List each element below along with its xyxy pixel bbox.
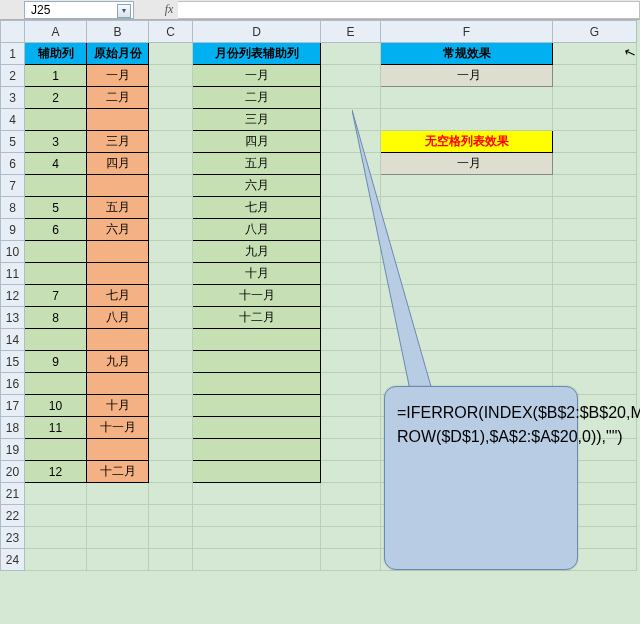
cell-D12[interactable]: 十一月 <box>193 285 321 307</box>
cell-D23[interactable] <box>193 527 321 549</box>
cell-B13[interactable]: 八月 <box>87 307 149 329</box>
cell-G6[interactable] <box>553 153 637 175</box>
col-header-A[interactable]: A <box>25 21 87 43</box>
cell-G14[interactable] <box>553 329 637 351</box>
col-header-C[interactable]: C <box>149 21 193 43</box>
cell-C11[interactable] <box>149 263 193 285</box>
cell-B11[interactable] <box>87 263 149 285</box>
cell-B20[interactable]: 十二月 <box>87 461 149 483</box>
name-box[interactable]: J25 ▾ <box>24 1 134 19</box>
cell-C8[interactable] <box>149 197 193 219</box>
cell-B6[interactable]: 四月 <box>87 153 149 175</box>
row-header[interactable]: 10 <box>1 241 25 263</box>
cell-G9[interactable] <box>553 219 637 241</box>
cell-E21[interactable] <box>321 483 381 505</box>
cell-B5[interactable]: 三月 <box>87 131 149 153</box>
cell-A9[interactable]: 6 <box>25 219 87 241</box>
cell-G5[interactable] <box>553 131 637 153</box>
cell-D18[interactable] <box>193 417 321 439</box>
cell-D19[interactable] <box>193 439 321 461</box>
row-header[interactable]: 13 <box>1 307 25 329</box>
cell-B18[interactable]: 十一月 <box>87 417 149 439</box>
cell-A7[interactable] <box>25 175 87 197</box>
cell-D2[interactable]: 一月 <box>193 65 321 87</box>
cell-D3[interactable]: 二月 <box>193 87 321 109</box>
cell-C12[interactable] <box>149 285 193 307</box>
cell-B3[interactable]: 二月 <box>87 87 149 109</box>
cell-A24[interactable] <box>25 549 87 571</box>
cell-B12[interactable]: 七月 <box>87 285 149 307</box>
cell-D8[interactable]: 七月 <box>193 197 321 219</box>
cell-C6[interactable] <box>149 153 193 175</box>
cell-A13[interactable]: 8 <box>25 307 87 329</box>
cell-B16[interactable] <box>87 373 149 395</box>
cell-B23[interactable] <box>87 527 149 549</box>
cell-D5[interactable]: 四月 <box>193 131 321 153</box>
cell-A1[interactable]: 辅助列 <box>25 43 87 65</box>
cell-D6[interactable]: 五月 <box>193 153 321 175</box>
row-header[interactable]: 14 <box>1 329 25 351</box>
cell-A3[interactable]: 2 <box>25 87 87 109</box>
cell-E22[interactable] <box>321 505 381 527</box>
cell-C7[interactable] <box>149 175 193 197</box>
cell-D14[interactable] <box>193 329 321 351</box>
cell-B24[interactable] <box>87 549 149 571</box>
cell-A18[interactable]: 11 <box>25 417 87 439</box>
cell-B22[interactable] <box>87 505 149 527</box>
col-header-G[interactable]: G <box>553 21 637 43</box>
cell-D4[interactable]: 三月 <box>193 109 321 131</box>
cell-A2[interactable]: 1 <box>25 65 87 87</box>
cell-B1[interactable]: 原始月份 <box>87 43 149 65</box>
cell-C13[interactable] <box>149 307 193 329</box>
cell-G3[interactable] <box>553 87 637 109</box>
cell-E23[interactable] <box>321 527 381 549</box>
row-header[interactable]: 1 <box>1 43 25 65</box>
cell-F3[interactable] <box>381 87 553 109</box>
row-header[interactable]: 15 <box>1 351 25 373</box>
cell-C22[interactable] <box>149 505 193 527</box>
name-box-dropdown-icon[interactable]: ▾ <box>117 4 131 18</box>
cell-A4[interactable] <box>25 109 87 131</box>
cell-E1[interactable] <box>321 43 381 65</box>
cell-F1[interactable]: 常规效果 <box>381 43 553 65</box>
cell-B14[interactable] <box>87 329 149 351</box>
cell-G13[interactable] <box>553 307 637 329</box>
cell-A8[interactable]: 5 <box>25 197 87 219</box>
cell-C19[interactable] <box>149 439 193 461</box>
cell-D9[interactable]: 八月 <box>193 219 321 241</box>
cell-D20[interactable] <box>193 461 321 483</box>
row-header[interactable]: 2 <box>1 65 25 87</box>
row-header[interactable]: 8 <box>1 197 25 219</box>
row-header[interactable]: 23 <box>1 527 25 549</box>
cell-B21[interactable] <box>87 483 149 505</box>
fx-icon[interactable]: fx <box>160 2 178 17</box>
cell-C10[interactable] <box>149 241 193 263</box>
col-header-B[interactable]: B <box>87 21 149 43</box>
cell-E19[interactable] <box>321 439 381 461</box>
cell-B10[interactable] <box>87 241 149 263</box>
cell-D1[interactable]: 月份列表辅助列 <box>193 43 321 65</box>
cell-A10[interactable] <box>25 241 87 263</box>
row-header[interactable]: 12 <box>1 285 25 307</box>
cell-D24[interactable] <box>193 549 321 571</box>
row-header[interactable]: 24 <box>1 549 25 571</box>
row-header[interactable]: 19 <box>1 439 25 461</box>
cell-B9[interactable]: 六月 <box>87 219 149 241</box>
cell-C3[interactable] <box>149 87 193 109</box>
row-header[interactable]: 21 <box>1 483 25 505</box>
cell-D15[interactable] <box>193 351 321 373</box>
cell-B19[interactable] <box>87 439 149 461</box>
row-header[interactable]: 17 <box>1 395 25 417</box>
cell-A12[interactable]: 7 <box>25 285 87 307</box>
cell-C14[interactable] <box>149 329 193 351</box>
cell-C2[interactable] <box>149 65 193 87</box>
cell-C4[interactable] <box>149 109 193 131</box>
cell-B17[interactable]: 十月 <box>87 395 149 417</box>
cell-A19[interactable] <box>25 439 87 461</box>
cell-D10[interactable]: 九月 <box>193 241 321 263</box>
cell-D17[interactable] <box>193 395 321 417</box>
cell-C9[interactable] <box>149 219 193 241</box>
row-header[interactable]: 7 <box>1 175 25 197</box>
cell-D21[interactable] <box>193 483 321 505</box>
cell-G7[interactable] <box>553 175 637 197</box>
